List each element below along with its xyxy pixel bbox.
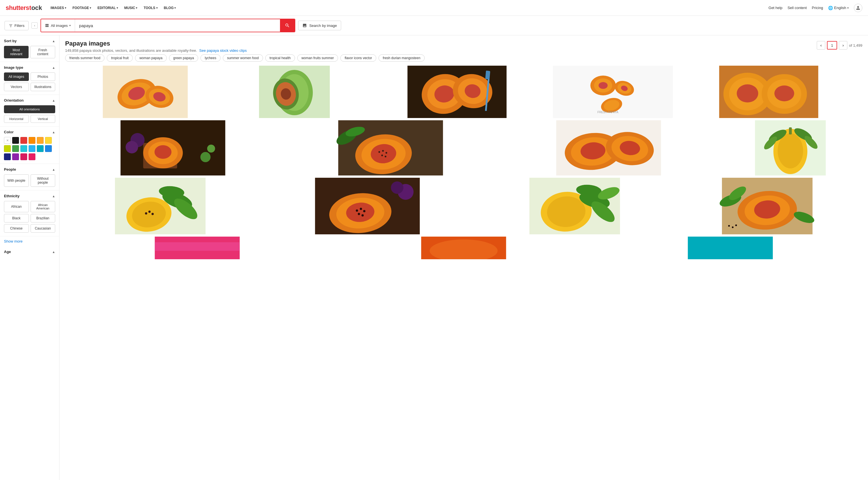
swatch-light-blue[interactable]: [29, 145, 35, 152]
people-without[interactable]: Without people: [31, 174, 56, 187]
nav-images[interactable]: IMAGES▾: [48, 4, 69, 11]
see-video-link[interactable]: See papaya stock video clips: [199, 49, 247, 53]
swatch-black[interactable]: [12, 137, 19, 144]
nav-tools[interactable]: TOOLS▾: [141, 4, 160, 11]
ethnicity-header[interactable]: Ethnicity ▲: [4, 194, 55, 198]
image-card-1[interactable]: [65, 66, 225, 118]
swatch-red[interactable]: [20, 137, 27, 144]
orient-horizontal[interactable]: Horizontal: [4, 115, 29, 123]
sort-fresh-content[interactable]: Fresh content: [30, 46, 55, 58]
tag-summer-women-food[interactable]: summer women food: [223, 54, 263, 62]
swatch-yellow-green[interactable]: [4, 145, 11, 152]
logo[interactable]: shutterstock: [6, 4, 42, 11]
tag-tropical-fruit[interactable]: tropical fruit: [107, 54, 133, 62]
sidebar: Sort by ▲ Most relevant Fresh content Im…: [0, 35, 59, 480]
sort-by-header[interactable]: Sort by ▲: [4, 39, 55, 43]
swatch-dark-blue[interactable]: [4, 153, 11, 160]
search-input[interactable]: [75, 20, 280, 31]
svg-point-95: [362, 214, 364, 217]
image-card-16[interactable]: [598, 236, 862, 259]
people-with[interactable]: With people: [4, 174, 29, 187]
nav-editorial[interactable]: EDITORIAL▾: [95, 4, 121, 11]
orientation-header[interactable]: Orientation ▲: [4, 98, 55, 102]
image-card-12[interactable]: [479, 178, 670, 234]
swatch-orange[interactable]: [29, 137, 35, 144]
svg-point-39: [737, 84, 758, 102]
svg-point-94: [358, 213, 360, 215]
image-type-header[interactable]: Image type ▲: [4, 65, 55, 70]
get-help-link[interactable]: Get help: [769, 6, 782, 10]
orient-vertical[interactable]: Vertical: [31, 115, 56, 123]
show-more-link[interactable]: Show more: [0, 236, 59, 246]
people-header[interactable]: People ▲: [4, 167, 55, 171]
image-card-7[interactable]: [283, 120, 498, 175]
nav-blog[interactable]: BLOG▾: [161, 4, 179, 11]
tag-friends-summer-food[interactable]: friends summer food: [65, 54, 104, 62]
tag-woman-papaya[interactable]: woman papaya: [135, 54, 166, 62]
swatch-blue[interactable]: [45, 145, 52, 152]
tag-woman-fruits-summer[interactable]: woman fruits summer: [297, 54, 338, 62]
type-all-images[interactable]: All images: [4, 72, 29, 81]
color-header[interactable]: Color ▲: [4, 130, 55, 134]
type-illustrations[interactable]: Illustrations: [31, 83, 56, 91]
tag-flavor-icons-vector[interactable]: flavor icons vector: [340, 54, 376, 62]
filters-toggle[interactable]: Filters: [4, 21, 29, 30]
subtitle: 149,858 papaya stock photos, vectors, an…: [65, 49, 247, 53]
image-card-4[interactable]: FRESH PAPAYA: [553, 66, 673, 118]
swatch-purple[interactable]: [12, 153, 19, 160]
image-card-5[interactable]: [675, 66, 862, 118]
sell-content-link[interactable]: Sell content: [787, 6, 807, 10]
image-card-9[interactable]: [718, 120, 862, 175]
type-photos[interactable]: Photos: [31, 72, 56, 81]
type-vectors[interactable]: Vectors: [4, 83, 29, 91]
ethnicity-african[interactable]: African: [4, 201, 29, 212]
svg-point-58: [385, 152, 387, 154]
orient-all[interactable]: All orientations: [4, 105, 55, 113]
ethnicity-chinese[interactable]: Chinese: [4, 224, 29, 233]
svg-point-72: [778, 133, 803, 168]
image-card-3[interactable]: [364, 66, 551, 118]
swatch-magenta[interactable]: [20, 153, 27, 160]
search-by-image-btn[interactable]: Search by image: [298, 21, 341, 30]
ethnicity-black[interactable]: Black: [4, 214, 29, 222]
ethnicity-caucasian[interactable]: Caucasian: [31, 224, 56, 233]
sidebar-collapse-btn[interactable]: ‹: [31, 22, 38, 29]
pricing-link[interactable]: Pricing: [812, 6, 823, 10]
image-card-14[interactable]: [65, 236, 329, 259]
swatch-green[interactable]: [12, 145, 19, 152]
tag-tropical-health[interactable]: tropical health: [265, 54, 295, 62]
swatch-pink[interactable]: [29, 153, 35, 160]
tag-lychees[interactable]: lychees: [200, 54, 221, 62]
image-card-15[interactable]: [332, 236, 596, 259]
image-card-11[interactable]: [258, 178, 477, 234]
swatch-teal[interactable]: [20, 145, 27, 152]
ethnicity-brazilian[interactable]: Brazilian: [31, 214, 56, 222]
swatch-yellow[interactable]: [45, 137, 52, 144]
swatch-clear[interactable]: ✕: [4, 137, 11, 144]
prev-page-btn[interactable]: ‹: [817, 41, 825, 50]
image-card-6[interactable]: [65, 120, 281, 175]
tag-green-papaya[interactable]: green papaya: [169, 54, 198, 62]
color-section: Color ▲ ✕: [0, 127, 59, 164]
image-card-10[interactable]: [65, 178, 255, 234]
nav-footage[interactable]: FOOTAGE▾: [70, 4, 94, 11]
svg-point-50: [200, 152, 211, 162]
user-icon[interactable]: [854, 4, 862, 12]
age-header[interactable]: Age ▲: [4, 250, 55, 254]
swatch-yellow-orange[interactable]: [37, 137, 43, 144]
svg-point-56: [378, 151, 380, 153]
nav-music[interactable]: MUSIC▾: [121, 4, 141, 11]
image-card-2[interactable]: [228, 66, 361, 118]
search-button[interactable]: [280, 19, 295, 32]
main-content: Papaya images 149,858 papaya stock photo…: [59, 35, 868, 480]
ethnicity-african-american[interactable]: African American: [31, 201, 56, 212]
language-btn[interactable]: 🌐 English ▾: [828, 6, 849, 10]
current-page[interactable]: 1: [827, 41, 837, 50]
sort-most-relevant[interactable]: Most relevant: [4, 46, 29, 58]
search-type-select[interactable]: All images ▾: [41, 19, 75, 32]
swatch-cyan[interactable]: [37, 145, 43, 152]
tag-fresh-durian-mangosteen[interactable]: fresh durian mangosteen: [378, 54, 425, 62]
next-page-btn[interactable]: ›: [839, 41, 847, 50]
image-card-8[interactable]: [501, 120, 716, 175]
image-card-13[interactable]: [672, 178, 862, 234]
